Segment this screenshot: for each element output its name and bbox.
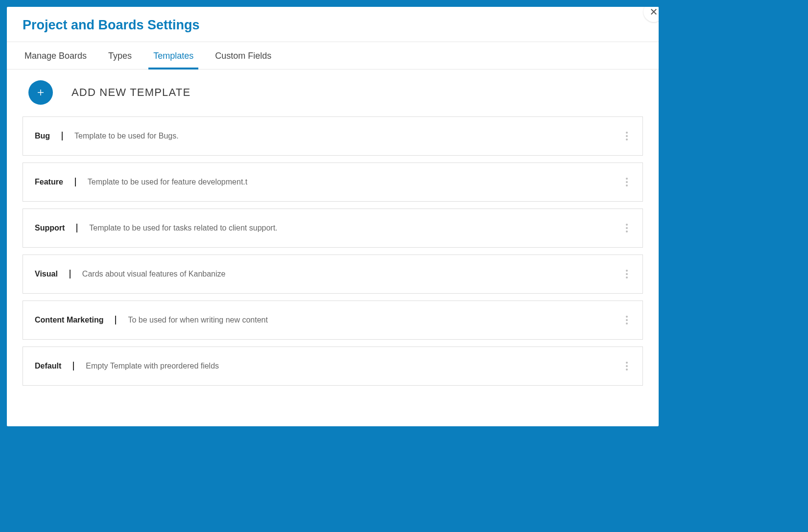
template-name: Support xyxy=(35,224,65,232)
add-template-button[interactable] xyxy=(28,80,53,105)
template-more-button[interactable] xyxy=(623,222,631,234)
templates-content: ADD NEW TEMPLATE Bug Template to be used… xyxy=(7,69,659,426)
modal-header: Project and Boards Settings xyxy=(7,7,659,42)
close-icon xyxy=(649,7,658,16)
template-row[interactable]: Feature Template to be used for feature … xyxy=(23,162,643,202)
plus-icon xyxy=(36,88,45,97)
template-description: Template to be used for feature developm… xyxy=(88,178,623,186)
divider xyxy=(62,132,63,140)
add-template-label: ADD NEW TEMPLATE xyxy=(71,86,190,99)
template-more-button[interactable] xyxy=(623,314,631,326)
more-vertical-icon xyxy=(626,270,628,272)
template-row[interactable]: Content Marketing To be used for when wr… xyxy=(23,301,643,340)
template-more-button[interactable] xyxy=(623,360,631,372)
template-name: Feature xyxy=(35,178,63,186)
tab-manage-boards[interactable]: Manage Boards xyxy=(23,42,89,69)
settings-modal: Project and Boards Settings Manage Board… xyxy=(7,7,659,426)
template-row[interactable]: Bug Template to be used for Bugs. xyxy=(23,116,643,156)
divider xyxy=(73,362,74,370)
tab-custom-fields[interactable]: Custom Fields xyxy=(213,42,273,69)
template-name: Visual xyxy=(35,270,58,278)
page-title: Project and Boards Settings xyxy=(23,18,643,33)
template-description: Empty Template with preordered fields xyxy=(86,362,623,370)
template-name: Bug xyxy=(35,132,50,140)
divider xyxy=(115,316,116,324)
tab-templates[interactable]: Templates xyxy=(151,42,195,69)
template-name: Default xyxy=(35,362,61,370)
template-description: Template to be used for tasks related to… xyxy=(89,224,623,232)
template-row[interactable]: Support Template to be used for tasks re… xyxy=(23,208,643,248)
template-row[interactable]: Default Empty Template with preordered f… xyxy=(23,347,643,386)
divider xyxy=(76,224,77,232)
more-vertical-icon xyxy=(626,224,628,226)
template-description: To be used for when writing new content xyxy=(128,316,623,324)
divider xyxy=(70,270,71,278)
divider xyxy=(75,178,76,186)
template-more-button[interactable] xyxy=(623,130,631,142)
template-description: Template to be used for Bugs. xyxy=(74,132,623,140)
more-vertical-icon xyxy=(626,362,628,364)
more-vertical-icon xyxy=(626,316,628,318)
add-template-row: ADD NEW TEMPLATE xyxy=(23,80,643,105)
more-vertical-icon xyxy=(626,132,628,134)
template-description: Cards about visual features of Kanbanize xyxy=(82,270,623,278)
template-name: Content Marketing xyxy=(35,316,103,324)
template-more-button[interactable] xyxy=(623,176,631,188)
tab-types[interactable]: Types xyxy=(106,42,134,69)
tabs-bar: Manage Boards Types Templates Custom Fie… xyxy=(7,42,659,69)
template-more-button[interactable] xyxy=(623,268,631,280)
more-vertical-icon xyxy=(626,178,628,180)
template-row[interactable]: Visual Cards about visual features of Ka… xyxy=(23,254,643,294)
